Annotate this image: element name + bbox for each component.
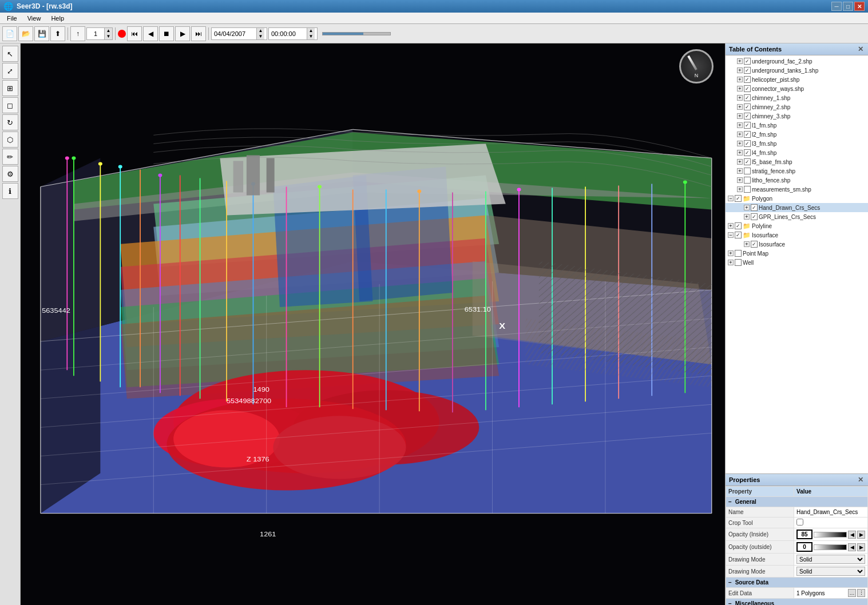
measure-tool[interactable]: ⬡ bbox=[2, 132, 18, 148]
props-crop-value[interactable] bbox=[794, 518, 868, 528]
drawing-mode-2-dropdown[interactable]: Solid Wireframe bbox=[796, 567, 865, 576]
props-drawing-mode-1-value[interactable]: Solid Wireframe bbox=[794, 554, 868, 566]
toc-checkbox-l3_fm[interactable] bbox=[744, 140, 751, 147]
toc-item-isosurface[interactable]: +Isosurface bbox=[726, 240, 868, 249]
new-button[interactable]: 📄 bbox=[2, 26, 17, 41]
toc-expander-polyline_group[interactable]: + bbox=[728, 223, 734, 229]
misc-toggle[interactable]: − bbox=[728, 600, 732, 605]
record-button[interactable] bbox=[118, 30, 126, 38]
toc-item-chimney_1[interactable]: +chimney_1.shp bbox=[726, 93, 868, 102]
opacity-inside-input[interactable] bbox=[796, 530, 812, 539]
frame-spinner[interactable]: 1 ▲ ▼ bbox=[86, 27, 113, 40]
toc-expander-l4_fm[interactable]: + bbox=[737, 150, 743, 156]
toc-expander-isosurface[interactable]: + bbox=[744, 241, 750, 247]
toc-item-underground_tanks[interactable]: +underground_tanks_1.shp bbox=[726, 66, 868, 75]
toc-checkbox-stratig_fence[interactable] bbox=[744, 168, 751, 174]
toc-expander-point_map[interactable]: + bbox=[728, 250, 734, 256]
toc-checkbox-isosurface[interactable] bbox=[751, 241, 758, 248]
toc-expander-stratig_fence[interactable]: + bbox=[737, 168, 743, 174]
toc-item-measurements_sm[interactable]: +measurements_sm.shp bbox=[726, 185, 868, 194]
toc-checkbox-well[interactable] bbox=[735, 259, 742, 266]
toc-expander-l5_base_fm[interactable]: + bbox=[737, 159, 743, 165]
toc-expander-underground_tanks[interactable]: + bbox=[737, 67, 743, 73]
drawing-mode-1-dropdown[interactable]: Solid Wireframe bbox=[796, 555, 865, 564]
props-opacity-outside-value[interactable]: ◀ ▶ bbox=[794, 541, 868, 554]
date-box[interactable]: 04/04/2007 ▲ ▼ bbox=[211, 27, 267, 40]
opacity-inside-prev[interactable]: ◀ bbox=[848, 531, 856, 539]
time-input[interactable]: 00:00:00 bbox=[271, 30, 306, 37]
toc-close-button[interactable]: ✕ bbox=[857, 45, 865, 53]
title-bar-right[interactable]: ─ □ ✕ bbox=[831, 2, 865, 11]
minimize-button[interactable]: ─ bbox=[831, 2, 842, 11]
toc-expander-chimney_1[interactable]: + bbox=[737, 95, 743, 101]
open-button[interactable]: 📂 bbox=[18, 26, 33, 41]
toc-expander-connector_ways[interactable]: + bbox=[737, 86, 743, 91]
select-arrow-tool[interactable]: ↖ bbox=[2, 46, 18, 62]
drawing-mode-2-select[interactable]: Solid Wireframe bbox=[796, 567, 865, 576]
toc-expander-helicopter_pist[interactable]: + bbox=[737, 77, 743, 82]
edit-data-btn2[interactable]: ⋮ bbox=[857, 589, 865, 597]
toc-expander-l1_fm[interactable]: + bbox=[737, 122, 743, 128]
toc-expander-gpr_lines_crs_secs[interactable]: + bbox=[744, 214, 750, 220]
toc-item-l2_fm[interactable]: +l2_fm.shp bbox=[726, 130, 868, 139]
toc-item-litho_fence[interactable]: +litho_fence.shp bbox=[726, 176, 868, 185]
toc-item-hand_drawn_crs_secs[interactable]: +Hand_Drawn_Crs_Secs bbox=[726, 203, 868, 212]
toc-item-point_map[interactable]: +Point Map bbox=[726, 249, 868, 258]
general-toggle[interactable]: − bbox=[728, 499, 732, 505]
edit-tool[interactable]: ⚙ bbox=[2, 166, 18, 182]
frame-down[interactable]: ▼ bbox=[104, 34, 112, 39]
rotate-tool[interactable]: ↻ bbox=[2, 114, 18, 130]
time-up[interactable]: ▲ bbox=[307, 28, 315, 34]
toc-checkbox-hand_drawn_crs_secs[interactable] bbox=[751, 204, 758, 211]
toc-expander-litho_fence[interactable]: + bbox=[737, 177, 743, 183]
edit-data-btn1[interactable]: … bbox=[848, 589, 856, 597]
toc-checkbox-connector_ways[interactable] bbox=[744, 85, 751, 92]
toc-checkbox-chimney_2[interactable] bbox=[744, 104, 751, 110]
toc-item-connector_ways[interactable]: +connector_ways.shp bbox=[726, 84, 868, 93]
toc-checkbox-l2_fm[interactable] bbox=[744, 131, 751, 138]
opacity-outside-prev[interactable]: ◀ bbox=[848, 543, 856, 551]
date-down[interactable]: ▼ bbox=[256, 34, 264, 39]
toc-item-polygon_group[interactable]: −📁Polygon bbox=[726, 194, 868, 203]
toc-expander-measurements_sm[interactable]: + bbox=[737, 186, 743, 192]
save-button[interactable]: 💾 bbox=[34, 26, 49, 41]
opacity-inside-next[interactable]: ▶ bbox=[857, 531, 865, 539]
time-down[interactable]: ▼ bbox=[307, 34, 315, 39]
toc-checkbox-chimney_1[interactable] bbox=[744, 94, 751, 101]
toc-expander-isosurface_group[interactable]: − bbox=[728, 232, 734, 238]
toc-item-l3_fm[interactable]: +l3_fm.shp bbox=[726, 139, 868, 148]
toc-checkbox-underground_tanks[interactable] bbox=[744, 67, 751, 74]
toc-expander-chimney_2[interactable]: + bbox=[737, 104, 743, 110]
zoom-tool[interactable]: ⊞ bbox=[2, 80, 18, 96]
props-drawing-mode-2-value[interactable]: Solid Wireframe bbox=[794, 566, 868, 578]
date-input[interactable]: 04/04/2007 bbox=[214, 30, 255, 37]
toc-expander-chimney_3[interactable]: + bbox=[737, 113, 743, 119]
next-end-button[interactable]: ⏭ bbox=[191, 26, 206, 41]
opacity-outside-next[interactable]: ▶ bbox=[857, 543, 865, 551]
toc-checkbox-chimney_3[interactable] bbox=[744, 113, 751, 120]
toc-content[interactable]: +underground_fac_2.shp+underground_tanks… bbox=[726, 55, 868, 473]
toc-checkbox-l1_fm[interactable] bbox=[744, 122, 751, 129]
props-close-button[interactable]: ✕ bbox=[857, 476, 865, 484]
toc-checkbox-measurements_sm[interactable] bbox=[744, 186, 751, 193]
toc-checkbox-l4_fm[interactable] bbox=[744, 149, 751, 156]
play-button[interactable]: ▶ bbox=[175, 26, 190, 41]
prev-start-button[interactable]: ⏮ bbox=[127, 26, 142, 41]
toc-checkbox-polygon_group[interactable] bbox=[735, 195, 742, 202]
opacity-inside-bar[interactable] bbox=[814, 532, 847, 538]
toc-expander-well[interactable]: + bbox=[728, 260, 734, 265]
stop-button[interactable]: ⏹ bbox=[159, 26, 174, 41]
toc-expander-underground_fac_2[interactable]: + bbox=[737, 58, 743, 64]
export-button[interactable]: ⬆ bbox=[50, 26, 65, 41]
toc-item-helicopter_pist[interactable]: +helicopter_pist.shp bbox=[726, 75, 868, 84]
viewport[interactable]: 5635442 6531.10 1490 55349882700 Z 1376 … bbox=[21, 43, 725, 605]
menu-file[interactable]: File bbox=[2, 14, 22, 23]
info-tool[interactable]: ℹ bbox=[2, 183, 18, 199]
menu-view[interactable]: View bbox=[23, 14, 46, 23]
maximize-button[interactable]: □ bbox=[843, 2, 853, 11]
close-button[interactable]: ✕ bbox=[854, 2, 865, 11]
props-edit-data-value[interactable]: 1 Polygons … ⋮ bbox=[794, 588, 868, 599]
toc-item-stratig_fence[interactable]: +stratig_fence.shp bbox=[726, 166, 868, 176]
toc-item-well[interactable]: +Well bbox=[726, 258, 868, 267]
toc-item-chimney_2[interactable]: +chimney_2.shp bbox=[726, 102, 868, 112]
